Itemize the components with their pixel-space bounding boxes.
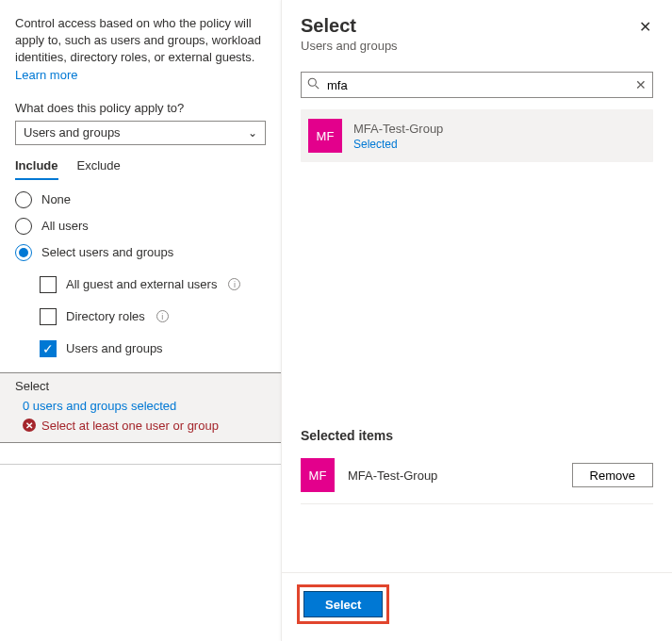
- selected-heading: Selected items: [301, 428, 653, 443]
- summary-count-link[interactable]: 0 users and groups selected: [15, 399, 266, 413]
- checkbox-icon-checked: ✓: [40, 340, 57, 357]
- apply-to-dropdown[interactable]: Users and groups ⌄: [15, 121, 266, 145]
- selected-item-row: MF MFA-Test-Group Remove: [301, 458, 653, 504]
- result-status: Selected: [353, 138, 443, 151]
- summary-error-text: Select at least one user or group: [41, 419, 219, 433]
- search-wrap: ✕: [301, 72, 653, 98]
- radio-group: None All users Select users and groups: [15, 191, 266, 261]
- check-roles[interactable]: Directory roles i: [40, 308, 266, 325]
- check-groups-label: Users and groups: [66, 341, 163, 355]
- right-panel: Select Users and groups ✕ ✕ MF MFA-Test-…: [281, 0, 672, 641]
- include-exclude-tabs: Include Exclude: [15, 158, 266, 180]
- tab-include[interactable]: Include: [15, 158, 58, 180]
- panel-title: Select: [301, 15, 653, 37]
- search-icon: [307, 77, 320, 92]
- close-icon: ✕: [639, 19, 651, 35]
- selection-summary: Select 0 users and groups selected ✕ Sel…: [0, 372, 281, 443]
- apply-to-value: Users and groups: [24, 125, 121, 140]
- clear-icon[interactable]: ✕: [635, 77, 647, 92]
- panel-footer: Select: [282, 572, 672, 641]
- radio-none-label: None: [41, 192, 71, 206]
- checkbox-group: All guest and external users i Directory…: [15, 276, 266, 357]
- check-groups[interactable]: ✓ Users and groups: [40, 340, 266, 357]
- result-row[interactable]: MF MFA-Test-Group Selected: [301, 109, 653, 162]
- radio-select-users[interactable]: Select users and groups: [15, 244, 266, 261]
- selected-item-name: MFA-Test-Group: [348, 468, 559, 483]
- left-panel: Control access based on who the policy w…: [0, 0, 281, 641]
- result-text: MFA-Test-Group Selected: [353, 122, 443, 151]
- radio-icon-selected: [15, 244, 32, 261]
- checkbox-icon: [40, 308, 57, 325]
- panel-header: Select Users and groups ✕: [282, 0, 672, 62]
- panel-subtitle: Users and groups: [301, 39, 653, 53]
- highlight-annotation: Select: [297, 584, 389, 624]
- svg-line-1: [316, 86, 320, 90]
- search-box[interactable]: ✕: [301, 72, 653, 98]
- check-guests-label: All guest and external users: [66, 277, 217, 291]
- select-button[interactable]: Select: [303, 591, 383, 617]
- remove-button[interactable]: Remove: [572, 463, 653, 487]
- checkbox-icon: [40, 276, 57, 293]
- radio-icon: [15, 191, 32, 208]
- check-roles-label: Directory roles: [66, 309, 145, 323]
- summary-header: Select: [15, 379, 266, 393]
- intro-body: Control access based on who the policy w…: [15, 16, 261, 64]
- selected-section: Selected items MF MFA-Test-Group Remove: [282, 230, 672, 504]
- check-guests[interactable]: All guest and external users i: [40, 276, 266, 293]
- avatar: MF: [301, 458, 335, 492]
- error-icon: ✕: [23, 419, 36, 432]
- svg-point-0: [308, 78, 316, 86]
- close-button[interactable]: ✕: [633, 17, 657, 37]
- learn-more-link[interactable]: Learn more: [15, 68, 77, 82]
- avatar: MF: [308, 119, 342, 153]
- apply-to-label: What does this policy apply to?: [15, 101, 266, 115]
- result-name: MFA-Test-Group: [353, 122, 443, 136]
- search-input[interactable]: [325, 77, 630, 93]
- summary-error: ✕ Select at least one user or group: [15, 419, 266, 433]
- radio-all-users[interactable]: All users: [15, 218, 266, 235]
- radio-select-label: Select users and groups: [41, 245, 173, 259]
- tab-exclude[interactable]: Exclude: [77, 158, 121, 180]
- radio-none[interactable]: None: [15, 191, 266, 208]
- info-icon[interactable]: i: [228, 278, 240, 290]
- chevron-down-icon: ⌄: [248, 126, 257, 140]
- info-icon[interactable]: i: [156, 310, 169, 322]
- divider: [0, 464, 281, 465]
- intro-text: Control access based on who the policy w…: [15, 15, 266, 84]
- search-results: MF MFA-Test-Group Selected: [282, 109, 672, 162]
- radio-icon: [15, 218, 32, 235]
- radio-all-label: All users: [41, 219, 89, 233]
